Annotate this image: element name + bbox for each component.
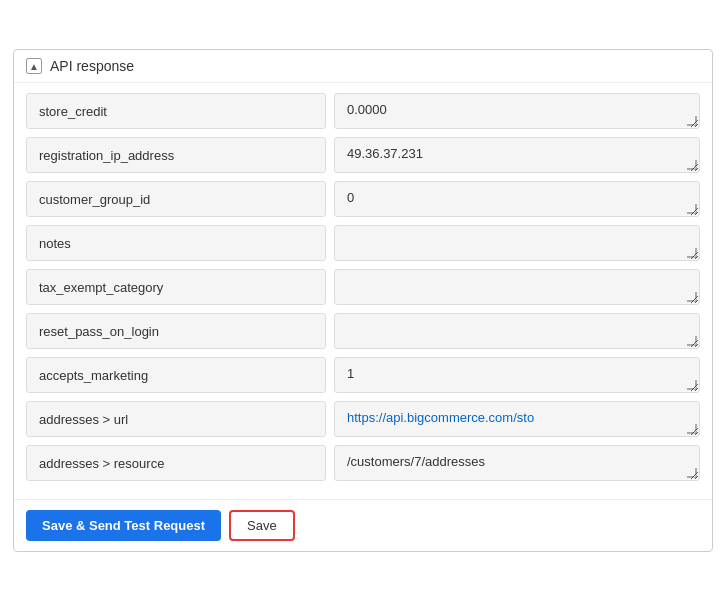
table-row: notes — [26, 225, 700, 261]
field-value[interactable] — [334, 269, 700, 305]
field-label: notes — [26, 225, 326, 261]
api-response-panel: ▲ API response store_credit0.0000registr… — [13, 49, 713, 552]
table-row: reset_pass_on_login — [26, 313, 700, 349]
field-label: accepts_marketing — [26, 357, 326, 393]
field-value[interactable]: 0 — [334, 181, 700, 217]
table-row: addresses > resource/customers/7/address… — [26, 445, 700, 481]
field-label: customer_group_id — [26, 181, 326, 217]
panel-footer: Save & Send Test Request Save — [14, 499, 712, 551]
field-label: addresses > resource — [26, 445, 326, 481]
table-row: customer_group_id0 — [26, 181, 700, 217]
field-value[interactable]: 49.36.37.231 — [334, 137, 700, 173]
panel-header: ▲ API response — [14, 50, 712, 83]
panel-body: store_credit0.0000registration_ip_addres… — [14, 83, 712, 499]
field-label: registration_ip_address — [26, 137, 326, 173]
field-value[interactable]: https://api.bigcommerce.com/sto — [334, 401, 700, 437]
panel-title: API response — [50, 58, 134, 74]
field-value[interactable]: 1 — [334, 357, 700, 393]
field-value[interactable] — [334, 225, 700, 261]
table-row: store_credit0.0000 — [26, 93, 700, 129]
field-label: tax_exempt_category — [26, 269, 326, 305]
field-label: reset_pass_on_login — [26, 313, 326, 349]
save-button[interactable]: Save — [229, 510, 295, 541]
table-row: registration_ip_address49.36.37.231 — [26, 137, 700, 173]
field-label: store_credit — [26, 93, 326, 129]
field-value[interactable]: 0.0000 — [334, 93, 700, 129]
field-label: addresses > url — [26, 401, 326, 437]
collapse-icon[interactable]: ▲ — [26, 58, 42, 74]
field-value[interactable]: /customers/7/addresses — [334, 445, 700, 481]
scroll-area[interactable]: store_credit0.0000registration_ip_addres… — [14, 83, 712, 499]
save-and-send-button[interactable]: Save & Send Test Request — [26, 510, 221, 541]
table-row: addresses > urlhttps://api.bigcommerce.c… — [26, 401, 700, 437]
table-row: tax_exempt_category — [26, 269, 700, 305]
table-row: accepts_marketing1 — [26, 357, 700, 393]
field-value[interactable] — [334, 313, 700, 349]
